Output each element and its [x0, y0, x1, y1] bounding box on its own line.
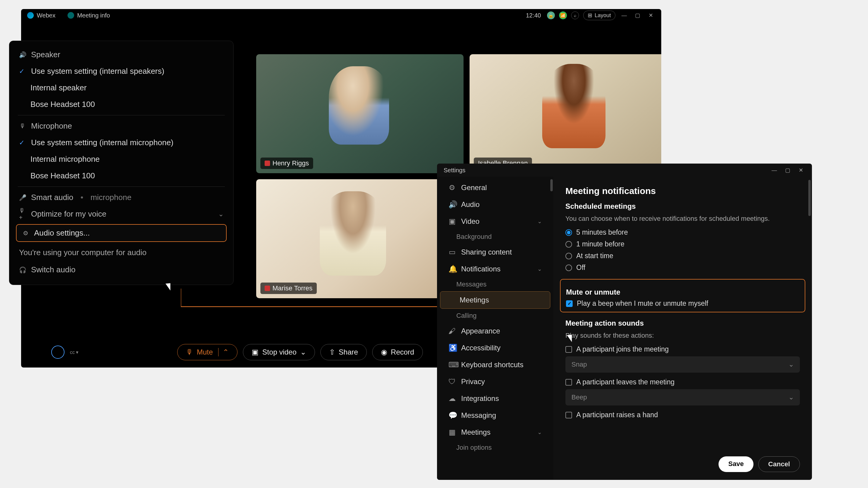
sidebar-item-notifications[interactable]: 🔔Notifications⌄: [440, 261, 550, 278]
radio-option[interactable]: 5 minutes before: [565, 228, 800, 236]
window-minimize[interactable]: —: [770, 167, 779, 173]
sidebar-item-audio[interactable]: 🔊Audio: [440, 196, 550, 213]
radio-option[interactable]: At start time: [565, 252, 800, 260]
video-tile[interactable]: Marise Torres: [256, 179, 455, 298]
sidebar-item-accessibility[interactable]: ♿Accessibility: [440, 339, 550, 356]
sidebar-item-messaging[interactable]: 💬Messaging: [440, 407, 550, 424]
shield-icon: 🛡: [448, 378, 456, 386]
sound-dropdown[interactable]: Snap⌄: [565, 356, 800, 372]
sidebar-label: Meetings: [461, 428, 490, 436]
window-maximize[interactable]: ▢: [633, 12, 642, 19]
chevron-down-icon: ⌄: [537, 218, 542, 225]
settings-title: Settings: [444, 167, 465, 174]
speaker-section-header: 🔊 Speaker: [12, 46, 230, 63]
clock: 12:40: [526, 12, 541, 19]
sidebar-item-appearance[interactable]: 🖌Appearance: [440, 323, 550, 339]
radio-option[interactable]: Off: [565, 264, 800, 272]
action-checkbox-row[interactable]: A participant joins the meeting: [565, 345, 800, 353]
self-view-icon[interactable]: [51, 346, 64, 359]
sidebar-label: Meetings: [460, 296, 489, 304]
audio-settings-item[interactable]: ⚙ Audio settings...: [16, 224, 227, 242]
settings-window: Settings — ▢ ✕ ⚙General 🔊Audio ▣Video⌄ B…: [437, 164, 812, 480]
lock-icon[interactable]: 🔒: [547, 11, 555, 19]
save-button[interactable]: Save: [718, 456, 753, 472]
audio-settings-label: Audio settings...: [34, 228, 90, 238]
mic-option[interactable]: ✓ Use system setting (internal microphon…: [12, 134, 230, 151]
checkbox-label: Play a beep when I mute or unmute myself: [577, 299, 708, 307]
paint-icon: 🖌: [448, 327, 456, 335]
sidebar-sub-messages[interactable]: Messages: [437, 278, 553, 291]
share-button[interactable]: ⇧ Share: [320, 344, 367, 360]
smart-audio-row[interactable]: 🎤 Smart audio • microphone: [12, 189, 230, 206]
record-button[interactable]: ◉ Record: [372, 344, 423, 360]
search-icon[interactable]: ⌕: [571, 11, 579, 19]
video-tile[interactable]: Henry Riggs: [256, 54, 464, 173]
chevron-up-icon[interactable]: ⌃: [218, 348, 229, 356]
sidebar-item-general[interactable]: ⚙General: [440, 179, 550, 196]
sidebar-item-sharing[interactable]: ▭Sharing content: [440, 244, 550, 261]
cancel-button[interactable]: Cancel: [758, 456, 800, 472]
sidebar-label: General: [461, 184, 487, 192]
mic-header-label: Microphone: [31, 121, 72, 131]
video-tile[interactable]: Isabelle Brennan: [470, 54, 661, 173]
camera-icon: ▣: [448, 217, 456, 226]
radio-option[interactable]: 1 minute before: [565, 240, 800, 248]
mic-option[interactable]: Bose Headset 100: [12, 167, 230, 184]
sidebar-item-keyboard[interactable]: ⌨Keyboard shortcuts: [440, 356, 550, 373]
scrollbar[interactable]: [550, 179, 553, 191]
meeting-info-icon[interactable]: [67, 12, 74, 19]
sidebar-item-privacy[interactable]: 🛡Privacy: [440, 373, 550, 390]
check-icon: ✓: [19, 139, 26, 147]
action-checkbox-row[interactable]: A participant raises a hand: [565, 411, 800, 419]
sidebar-sub-background[interactable]: Background: [437, 230, 553, 244]
mic-muted-icon: [265, 286, 270, 291]
sidebar-label: Sharing content: [461, 248, 512, 256]
checkbox-icon: [565, 346, 572, 353]
sidebar-item-integrations[interactable]: ☁Integrations: [440, 390, 550, 407]
network-icon[interactable]: 📶: [559, 11, 567, 19]
meeting-info-label[interactable]: Meeting info: [77, 12, 110, 19]
share-icon: ⇧: [329, 348, 335, 356]
radio-label: 5 minutes before: [576, 228, 628, 236]
speaker-icon: 🔊: [448, 200, 456, 209]
sidebar-label: Keyboard shortcuts: [461, 361, 524, 369]
app-name: Webex: [37, 12, 56, 19]
layout-button[interactable]: ⊞ Layout: [583, 10, 615, 20]
cc-button[interactable]: cc ▾: [70, 347, 85, 357]
radio-icon: [565, 229, 572, 236]
mic-option[interactable]: Internal microphone: [12, 151, 230, 167]
sidebar-item-meetings[interactable]: ▦Meetings⌄: [440, 424, 550, 441]
stop-video-button[interactable]: ▣ Stop video ⌄: [243, 344, 315, 360]
chevron-down-icon[interactable]: ⌄: [300, 348, 306, 356]
optimize-voice-row[interactable]: 🎙+ Optimize for my voice ⌄: [12, 206, 230, 222]
participant-name: Marise Torres: [273, 284, 313, 292]
sidebar-sub-meetings-active[interactable]: Meetings: [440, 291, 550, 309]
window-minimize[interactable]: —: [620, 12, 629, 19]
headset-icon: 🎧: [19, 266, 26, 273]
action-checkbox-row[interactable]: A participant leaves the meeting: [565, 378, 800, 386]
checkbox-label: A participant joins the meeting: [576, 345, 669, 353]
sidebar-item-video[interactable]: ▣Video⌄: [440, 213, 550, 230]
speaker-option[interactable]: Bose Headset 100: [12, 96, 230, 113]
grid-icon: ⊞: [588, 12, 592, 19]
switch-audio-label: Switch audio: [31, 265, 75, 274]
mute-button[interactable]: 🎙 Mute ⌃: [177, 344, 238, 360]
scrollbar[interactable]: [808, 180, 811, 216]
switch-audio-row[interactable]: 🎧 Switch audio: [12, 261, 230, 278]
webex-logo-icon: [27, 12, 34, 19]
mute-beep-highlight: Mute or unmute ✓ Play a beep when I mute…: [560, 279, 805, 313]
speaker-option[interactable]: Internal speaker: [12, 79, 230, 96]
sidebar-sub-calling[interactable]: Calling: [437, 309, 553, 323]
mute-label: Mute: [197, 348, 213, 356]
window-close[interactable]: ✕: [646, 12, 655, 19]
window-maximize[interactable]: ▢: [783, 167, 792, 173]
sound-dropdown[interactable]: Beep⌄: [565, 389, 800, 405]
content-heading: Meeting notifications: [565, 186, 800, 196]
mute-beep-checkbox-row[interactable]: ✓ Play a beep when I mute or unmute myse…: [566, 299, 799, 307]
share-icon: ▭: [448, 248, 456, 256]
actions-description: Play sounds for these actions:: [565, 330, 800, 340]
speaker-option[interactable]: ✓ Use system setting (internal speakers): [12, 63, 230, 79]
sidebar-sub-join[interactable]: Join options: [437, 441, 553, 455]
window-close[interactable]: ✕: [796, 167, 805, 173]
sidebar-label: Accessibility: [461, 344, 501, 352]
